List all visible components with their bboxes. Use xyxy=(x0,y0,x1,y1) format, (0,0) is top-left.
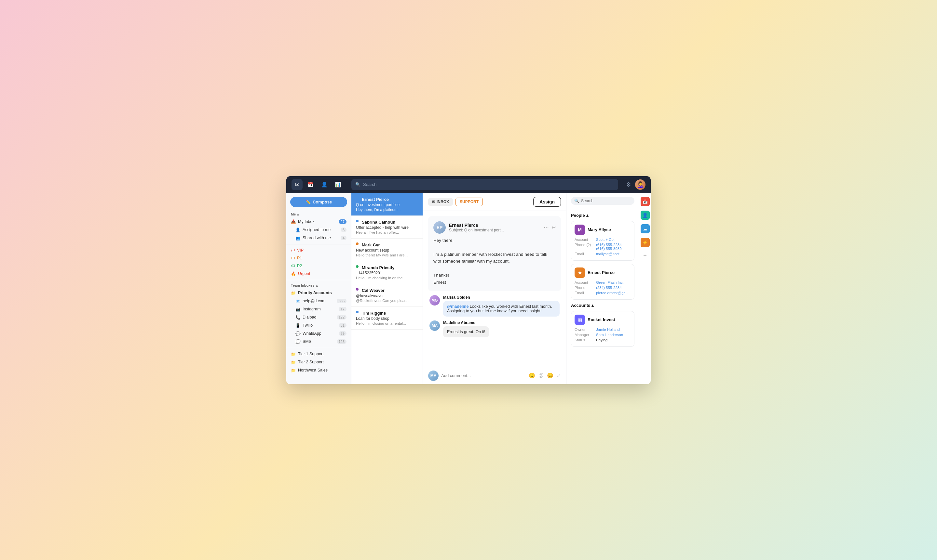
ernest-avatar: ★ xyxy=(574,268,585,278)
nav-calendar-icon[interactable]: 📅 xyxy=(305,179,316,190)
sidebar-tag-vip[interactable]: 🏷 VIP xyxy=(286,246,351,254)
compose-button[interactable]: ✏️ Compose xyxy=(290,197,347,207)
compose-label: Compose xyxy=(313,200,332,205)
main-layout: ✏️ Compose Me ▴ 📥 My Inbox 27 👤 Assigned… xyxy=(286,193,651,384)
priority-icon: 📁 xyxy=(291,291,296,295)
cloud-side-icon[interactable]: ☁ xyxy=(641,224,650,233)
right-panel-header: 🔍 xyxy=(567,193,639,207)
rocket-invest-avatar: ▦ xyxy=(574,315,585,325)
comment-section: MG Marisa Golden @madeline Looks like yo… xyxy=(428,295,561,337)
user-avatar[interactable]: 🙎‍♀️ xyxy=(635,179,645,190)
conv-dot-blue2 xyxy=(356,220,358,222)
message-header: EP Ernest Pierce Subject: Q on Investmen… xyxy=(433,222,556,234)
priority-accounts-label: Priority Accounts xyxy=(298,291,346,295)
comment-toolbar: 🙂 @ 😊 ⤢ xyxy=(529,372,561,378)
mention-icon[interactable]: @ xyxy=(539,372,543,378)
sidebar-inbox-help[interactable]: 📧 help@ri.com 836 xyxy=(286,297,351,305)
sidebar-inbox-twilio[interactable]: 📱 Twilio 31 xyxy=(286,322,351,329)
comment-input[interactable] xyxy=(441,373,526,378)
settings-icon[interactable]: ⚙ xyxy=(626,181,631,188)
sidebar-inbox-tier2[interactable]: 📁 Tier 2 Support xyxy=(286,358,351,366)
conv-dot-purple xyxy=(356,288,358,291)
sidebar-inbox-tier1[interactable]: 📁 Tier 1 Support xyxy=(286,350,351,358)
top-nav: ✉ 📅 👤 📊 🔍 ⚙ 🙎‍♀️ xyxy=(286,176,651,193)
sidebar-item-shared-with-me[interactable]: 👥 Shared with me 4 xyxy=(286,234,351,242)
conv-item-sabrina[interactable]: Sabrina Calhoun Offer accepted - help wi… xyxy=(351,216,423,238)
urgent-icon: 🔥 xyxy=(291,271,296,276)
madeline-comment-bubble: Ernest is great. On it! xyxy=(443,326,489,337)
add-integration-icon[interactable]: + xyxy=(641,252,650,261)
right-panel-layout: 🔍 People ▴ M xyxy=(567,193,651,384)
nav-chart-icon[interactable]: 📊 xyxy=(332,179,344,190)
sidebar-inbox-whatsapp[interactable]: 💬 WhatsApp 89 xyxy=(286,329,351,338)
conv-item-tim[interactable]: Tim Riggins Loan for body shop Hello, I'… xyxy=(351,307,423,329)
accounts-heading: Accounts ▴ xyxy=(571,303,634,308)
mary-avatar: M xyxy=(574,225,585,235)
sidebar-inbox-dialpad[interactable]: 📞 Dialpad 122 xyxy=(286,313,351,322)
contact-side-icon[interactable]: 👤 xyxy=(641,211,650,220)
conversation-list: Ernest Pierce Q on Investment portfolio … xyxy=(351,193,423,384)
ernest-account-row: Account Green Flash Inc. xyxy=(574,280,631,285)
me-section[interactable]: Me ▴ xyxy=(286,211,351,218)
conv-item-miranda[interactable]: Miranda Priestly +14152359201 Hello, I'm… xyxy=(351,261,423,284)
side-icons-column: 📅 👤 ☁ ⚡ + xyxy=(639,193,651,384)
assigned-to-me-label: Assigned to me xyxy=(303,228,339,232)
emoji2-icon[interactable]: 😊 xyxy=(547,372,553,378)
mary-account-row: Account Scott + Co. xyxy=(574,238,631,242)
team-inboxes-label: Team Inboxes xyxy=(291,283,315,287)
sidebar-inbox-instagram[interactable]: 📷 Instagram 17 xyxy=(286,305,351,313)
person-card-mary: M Mary Allyse Account Scott + Co. Phone … xyxy=(571,221,634,261)
panel-search-input[interactable] xyxy=(581,198,631,203)
emoji-icon[interactable]: 🙂 xyxy=(529,372,535,378)
marisa-comment-wrap: Marisa Golden @madeline Looks like you w… xyxy=(443,295,560,317)
more-icon[interactable]: ⋯ xyxy=(543,224,549,231)
me-label: Me xyxy=(291,212,296,216)
panel-search-bar[interactable]: 🔍 xyxy=(571,197,634,205)
sidebar-inbox-sms[interactable]: 💭 SMS 125 xyxy=(286,338,351,346)
nav-mail-icon[interactable]: ✉ xyxy=(292,179,303,190)
search-input[interactable] xyxy=(363,182,614,187)
my-inbox-count: 27 xyxy=(339,219,346,224)
conv-item-cal[interactable]: Cal Weaver @heycalweaver @RocketInvest C… xyxy=(351,284,423,307)
sidebar-tag-urgent[interactable]: 🔥 Urgent xyxy=(286,270,351,278)
conv-item-ernest[interactable]: Ernest Pierce Q on Investment portfolio … xyxy=(351,193,423,216)
reply-icon[interactable]: ↩ xyxy=(551,224,556,231)
sender-avatar: EP xyxy=(433,222,446,234)
sidebar-tag-p1[interactable]: 🏷 P1 xyxy=(286,254,351,262)
person-card-mary-header: M Mary Allyse xyxy=(574,225,631,235)
conv-item-mark[interactable]: Mark Cyr New account setup Hello there! … xyxy=(351,238,423,261)
sidebar-tag-p2[interactable]: 🏷 P2 xyxy=(286,262,351,270)
support-tab-label: SUPPORT xyxy=(460,200,479,204)
assign-button[interactable]: Assign xyxy=(533,197,561,207)
nav-contact-icon[interactable]: 👤 xyxy=(319,179,330,190)
expand-icon[interactable]: ⤢ xyxy=(557,372,561,378)
app-window: ✉ 📅 👤 📊 🔍 ⚙ 🙎‍♀️ ✏️ Compose Me ▴ xyxy=(286,176,651,384)
assigned-to-me-count: 6 xyxy=(341,228,346,232)
conv-dot-orange xyxy=(356,243,358,245)
team-inboxes-section[interactable]: Team Inboxes ▴ xyxy=(286,282,351,289)
sidebar-inbox-northwest[interactable]: 📁 Northwest Sales xyxy=(286,366,351,374)
rocket-owner-row: Owner Jamie Holland xyxy=(574,328,631,332)
global-search-bar[interactable]: 🔍 xyxy=(351,179,618,190)
sender-name: Ernest Pierce xyxy=(449,223,504,228)
inbox-tab-icon: ✉ xyxy=(432,200,435,204)
inbox-tab[interactable]: ✉ INBOX xyxy=(428,198,453,206)
right-panel-main: 🔍 People ▴ M xyxy=(567,193,639,384)
sidebar-item-my-inbox[interactable]: 📥 My Inbox 27 xyxy=(286,218,351,226)
people-heading: People ▴ xyxy=(571,213,634,218)
inbox-tab-label: INBOX xyxy=(437,200,449,204)
tier2-icon: 📁 xyxy=(291,360,296,365)
sidebar-item-assigned-to-me[interactable]: 👤 Assigned to me 6 xyxy=(286,226,351,234)
hub-side-icon[interactable]: ⚡ xyxy=(641,238,650,247)
person-card-ernest: ★ Ernest Pierce Account Green Flash Inc.… xyxy=(571,264,634,300)
message-subject: Subject: Q on Investment port... xyxy=(449,228,504,232)
message-body: Hey there, I'm a platinum member with Ro… xyxy=(433,237,556,286)
sidebar-item-priority-accounts[interactable]: 📁 Priority Accounts xyxy=(286,289,351,297)
account-card-rocket-header: ▦ Rocket Invest xyxy=(574,315,631,325)
calendar-side-icon[interactable]: 📅 xyxy=(641,197,650,206)
conv-dot-blue xyxy=(356,197,358,200)
northwest-icon: 📁 xyxy=(291,368,296,373)
conversation-messages: EP Ernest Pierce Subject: Q on Investmen… xyxy=(423,211,566,367)
conversation-toolbar: ✉ INBOX SUPPORT Assign xyxy=(423,193,566,211)
support-tab[interactable]: SUPPORT xyxy=(455,198,483,206)
